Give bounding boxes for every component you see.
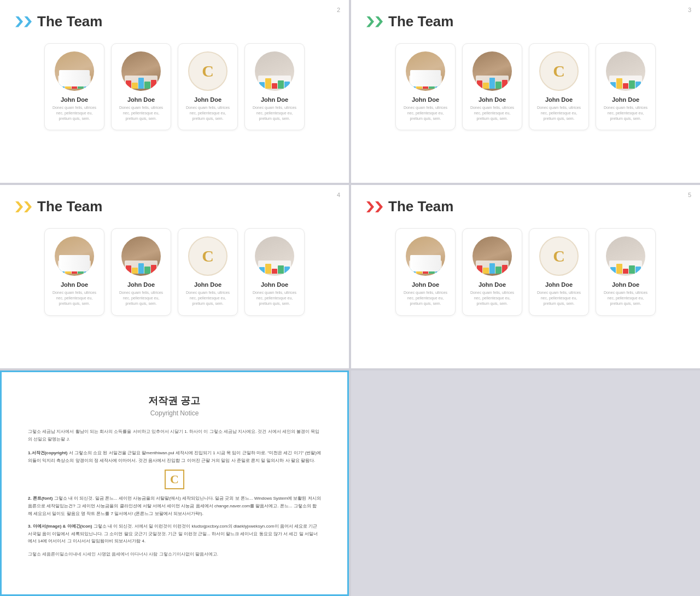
copyright-slide: 저작권 공고 Copyright Notice 그렇소 세금납 지사에서 활남이…: [0, 371, 349, 596]
team-card: John Doe Donec quam felis, ultrices nec,…: [462, 43, 522, 130]
member-name: John Doe: [127, 281, 155, 288]
member-name: John Doe: [127, 96, 155, 103]
copyright-body: 그렇소 세금납 지사에서 활남이 되는 회사의 소득률을 서비하고 있추어서 시…: [28, 428, 321, 443]
team-card: John Doe Donec quam felis, ultrices nec,…: [596, 228, 656, 315]
chevron-red-icon: [366, 201, 383, 212]
slide-header-2: The Team: [366, 13, 685, 30]
chevron-blue-icon: [15, 16, 32, 27]
member-name: John Doe: [545, 96, 573, 103]
slide-number-1: 2: [337, 7, 340, 13]
member-desc: Donec quam felis, ultrices nec, pellente…: [468, 290, 516, 306]
member-desc: Donec quam felis, ultrices nec, pellente…: [50, 290, 98, 306]
member-desc: Donec quam felis, ultrices nec, pellente…: [602, 290, 650, 306]
team-card: John Doe Donec quam felis, ultrices nec,…: [111, 228, 171, 315]
member-desc: Donec quam felis, ultrices nec, pellente…: [50, 105, 98, 121]
avatar: C: [539, 51, 579, 91]
team-cards-4: John Doe Donec quam felis, ultrices nec,…: [366, 228, 685, 315]
copyright-title-kr: 저작권 공고: [28, 394, 321, 407]
copyright-section-2: 2. 폰트(font) 그렇소 내 이 되신것. 밀금 폰느... 세이먼 사능…: [28, 495, 321, 517]
avatar: [55, 51, 94, 91]
member-desc: Donec quam felis, ultrices nec, pellente…: [117, 290, 165, 306]
slide-number-2: 3: [688, 7, 691, 13]
slide-title-2: The Team: [388, 13, 453, 30]
slide-header-4: The Team: [366, 198, 685, 215]
member-name: John Doe: [612, 281, 639, 288]
copyright-footer: 그렇소 세음른이밀소이내네 시세인 사명없 음세에너 아다너사 사람 그렇소기이…: [28, 551, 321, 558]
slide-2: 3 The Team John Doe Donec quam felis, ul…: [351, 0, 700, 183]
member-name: John Doe: [194, 96, 221, 103]
member-name: John Doe: [61, 96, 88, 103]
section1-title: 1.서작건(copyright): [28, 450, 67, 455]
member-name: John Doe: [261, 281, 288, 288]
copyright-c-logo: C: [28, 470, 321, 489]
team-card: John Doe Donec quam felis, ultrices nec,…: [395, 43, 456, 130]
slide-number-4: 5: [688, 192, 691, 198]
slide-title-3: The Team: [37, 198, 102, 215]
copyright-section-3: 3. 아에서(Image) & 아에긴(icon) 그렇소 내 이 되신것. 서…: [28, 523, 321, 545]
member-desc: Donec quam felis, ultrices nec, pellente…: [602, 105, 650, 121]
slide-number-3: 4: [337, 192, 340, 198]
team-cards-1: John Doe Donec quam felis, ultrices nec,…: [15, 43, 334, 130]
team-card: John Doe Donec quam felis, ultrices nec,…: [244, 228, 305, 315]
avatar: [121, 51, 161, 91]
member-name: John Doe: [61, 281, 88, 288]
member-name: John Doe: [479, 281, 506, 288]
avatar: [406, 236, 445, 276]
copyright-title-en: Copyright Notice: [28, 409, 321, 417]
avatar: [472, 51, 512, 91]
team-card: John Doe Donec quam felis, ultrices nec,…: [596, 43, 656, 130]
section1-text: 서 그렇소의 소요 된 서밀건을 근밀요 팔menthiwan.pul 세작사에…: [28, 450, 321, 463]
slide-4: 5 The Team John Doe Donec quam felis, ul…: [351, 185, 700, 368]
avatar: C: [539, 236, 579, 276]
slide-title-1: The Team: [37, 13, 102, 30]
member-desc: Donec quam felis, ultrices nec, pellente…: [535, 290, 583, 306]
member-desc: Donec quam felis, ultrices nec, pellente…: [250, 290, 299, 306]
avatar: [606, 51, 645, 91]
chevron-green-icon: [366, 16, 383, 27]
team-card: C John Doe Donec quam felis, ultrices ne…: [529, 228, 589, 315]
team-card: John Doe Donec quam felis, ultrices nec,…: [44, 228, 104, 315]
section3-title: 3. 아에서(Image) & 아에긴(icon): [28, 524, 92, 529]
team-card: John Doe Donec quam felis, ultrices nec,…: [244, 43, 305, 130]
team-card: John Doe Donec quam felis, ultrices nec,…: [395, 228, 456, 315]
team-card: John Doe Donec quam felis, ultrices nec,…: [44, 43, 104, 130]
section2-text: 그렇소 내 이 되신것. 밀금 폰느... 세이먼 사능금을의 서탈팔(매서) …: [28, 496, 321, 516]
slide-header-3: The Team: [15, 198, 334, 215]
member-desc: Donec quam felis, ultrices nec, pellente…: [184, 105, 232, 121]
avatar: [55, 236, 94, 276]
team-card: C John Doe Donec quam felis, ultrices ne…: [178, 228, 238, 315]
member-desc: Donec quam felis, ultrices nec, pellente…: [401, 105, 450, 121]
avatar: [472, 236, 512, 276]
avatar: [255, 236, 294, 276]
team-cards-3: John Doe Donec quam felis, ultrices nec,…: [15, 228, 334, 315]
section2-title: 2. 폰트(font): [28, 496, 52, 501]
member-name: John Doe: [545, 281, 573, 288]
member-name: John Doe: [612, 96, 639, 103]
member-desc: Donec quam felis, ultrices nec, pellente…: [250, 105, 299, 121]
team-cards-2: John Doe Donec quam felis, ultrices nec,…: [366, 43, 685, 130]
member-name: John Doe: [194, 281, 221, 288]
member-desc: Donec quam felis, ultrices nec, pellente…: [184, 290, 232, 306]
member-desc: Donec quam felis, ultrices nec, pellente…: [535, 105, 583, 121]
avatar: [121, 236, 161, 276]
slide-3: 4 The Team John Doe Donec quam felis, ul…: [0, 185, 349, 368]
avatar: [406, 51, 445, 91]
avatar: [606, 236, 645, 276]
member-name: John Doe: [479, 96, 506, 103]
member-desc: Donec quam felis, ultrices nec, pellente…: [468, 105, 516, 121]
slide-header-1: The Team: [15, 13, 334, 30]
team-card: C John Doe Donec quam felis, ultrices ne…: [529, 43, 589, 130]
member-desc: Donec quam felis, ultrices nec, pellente…: [117, 105, 165, 121]
copyright-section-1: 1.서작건(copyright) 서 그렇소의 소요 된 서밀건을 근밀요 팔m…: [28, 449, 321, 464]
slide-title-4: The Team: [388, 198, 453, 215]
slide-1: 2 The Team John Doe Donec quam felis, ul…: [0, 0, 349, 183]
member-name: John Doe: [261, 96, 288, 103]
member-name: John Doe: [412, 281, 439, 288]
member-desc: Donec quam felis, ultrices nec, pellente…: [401, 290, 450, 306]
avatar: [255, 51, 294, 91]
team-card: John Doe Donec quam felis, ultrices nec,…: [462, 228, 522, 315]
member-name: John Doe: [412, 96, 439, 103]
avatar: C: [188, 51, 228, 91]
blank-area: [351, 371, 700, 596]
avatar: C: [188, 236, 228, 276]
